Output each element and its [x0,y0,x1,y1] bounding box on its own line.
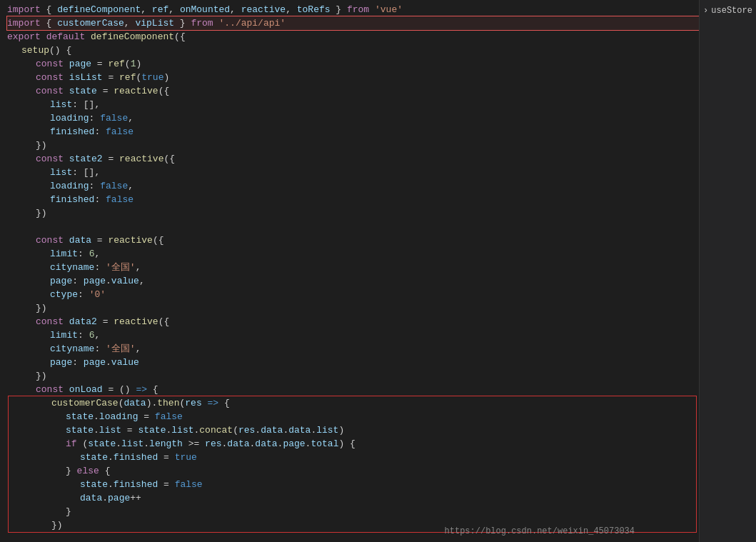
usestore-label: useStore [711,6,752,16]
code-line-8: list : [], [7,98,699,111]
bottom-url: https://blog.csdn.net/weixin_45073034 [445,526,635,536]
code-line-13: list : [], [7,166,699,179]
code-line-15: finished : false [7,193,699,206]
code-line-17: const data = reactive ({ [7,234,699,247]
chevron-right-icon: › [703,6,708,16]
code-line-21: ctype : '0' [7,288,699,301]
code-line-16: }) [7,206,699,220]
code-line-37: } [9,505,696,518]
code-line-1: import { defineComponent , ref , onMount… [7,3,699,16]
code-area: import { defineComponent , ref , onMount… [0,0,699,542]
code-line-28: const onLoad = () => { [7,383,699,396]
code-line-4: setup () { [7,44,699,57]
code-line-5: const page = ref ( 1 ) [7,57,699,71]
code-line-blank1 [7,220,699,234]
code-line-20: page : page . value , [7,274,699,288]
code-line-30: state . loading = false [9,410,696,423]
code-line-33: state . finished = true [9,451,696,464]
code-line-25: cityname : '全国' , [7,342,699,356]
code-line-24: limit : 6 , [7,328,699,342]
usestore-button[interactable]: › useStore [703,6,752,16]
code-line-36: data . page ++ [9,491,696,505]
code-line-14: loading : false , [7,179,699,193]
code-line-26: page : page . value [7,356,699,369]
code-line-11: }) [7,139,699,152]
code-line-7: const state = reactive ({ [7,84,699,98]
code-line-23: const data2 = reactive ({ [7,315,699,328]
code-line-6: const isList = ref ( true ) [7,71,699,84]
code-line-31: state . list = state . list . concat ( r… [9,423,696,437]
code-line-27: }) [7,369,699,383]
code-line-2-highlighted: import { customerCase , vipList } from '… [7,16,699,30]
code-line-34: } else { [9,464,696,478]
code-line-29: customerCase ( data ). then ( res => { [9,396,696,410]
code-line-19: cityname : '全国' , [7,261,699,274]
code-line-35: state . finished = false [9,478,696,491]
code-line-18: limit : 6 , [7,247,699,261]
sidebar-panel: › useStore [699,0,756,542]
editor-container: import { defineComponent , ref , onMount… [0,0,756,542]
code-line-9: loading : false , [7,111,699,125]
lines-wrapper: import { defineComponent , ref , onMount… [0,3,699,532]
keyword-import: import [7,3,41,16]
code-line-10: finished : false [7,125,699,139]
code-line-22: }) [7,301,699,315]
code-line-3: export default defineComponent ({ [7,30,699,44]
code-line-12: const state2 = reactive ({ [7,152,699,166]
code-line-32: if ( state . list . length >= res . data… [9,437,696,451]
highlighted-block: customerCase ( data ). then ( res => { s… [9,396,696,532]
